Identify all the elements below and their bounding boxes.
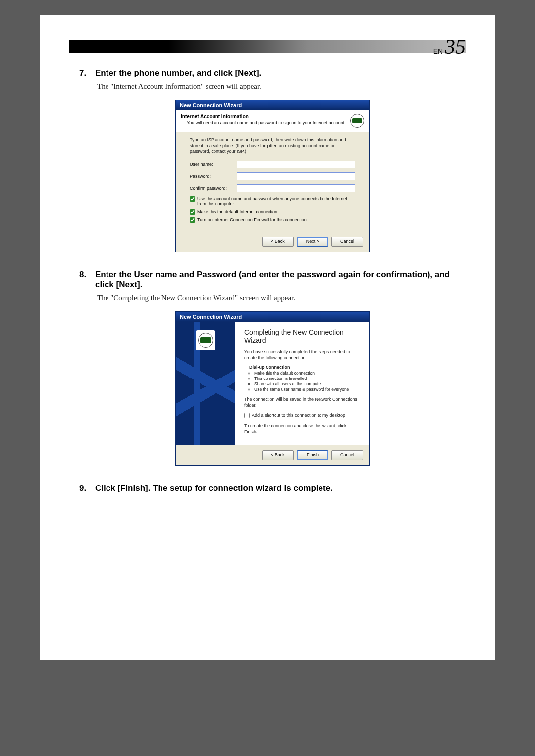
page-number: EN 35 bbox=[69, 35, 466, 58]
finish-button[interactable]: Finish bbox=[297, 450, 328, 460]
checkbox-default-connection[interactable] bbox=[190, 209, 195, 215]
dialog-subheader: Internet Account Information You will ne… bbox=[176, 110, 369, 132]
checkbox-add-shortcut-label: Add a shortcut to this connection to my … bbox=[252, 413, 345, 418]
instruction-steps: 7. Enter the phone number, and click [Ne… bbox=[69, 68, 466, 493]
step-body: The "Internet Account Information" scree… bbox=[97, 82, 466, 91]
dialog-internet-account: New Connection Wizard Internet Account I… bbox=[175, 100, 370, 252]
bullet-item: Use the same user name & password for ev… bbox=[254, 387, 360, 392]
dialog-titlebar: New Connection Wizard bbox=[176, 312, 369, 322]
step-number: 9. bbox=[79, 484, 89, 493]
page-number-value: 35 bbox=[445, 35, 466, 58]
label-password: Password: bbox=[190, 174, 237, 179]
connection-name: Dial-up Connection bbox=[249, 365, 360, 370]
wizard-p1: You have successfully completed the step… bbox=[244, 349, 360, 361]
checkbox-default-connection-label: Make this the default Internet connectio… bbox=[197, 209, 277, 214]
step-8: 8. Enter the User name and Password (and… bbox=[79, 270, 466, 466]
dialog-titlebar: New Connection Wizard bbox=[176, 100, 369, 110]
checkbox-firewall-label: Turn on Internet Connection Firewall for… bbox=[197, 217, 307, 222]
back-button[interactable]: < Back bbox=[262, 237, 294, 247]
checkbox-use-account[interactable] bbox=[190, 196, 195, 202]
wizard-heading: Completing the New Connection Wizard bbox=[244, 328, 360, 344]
bullet-item: This connection is firewalled bbox=[254, 376, 360, 381]
step-9: 9. Click [Finish]. The setup for connect… bbox=[79, 484, 466, 493]
step-number: 7. bbox=[79, 68, 89, 78]
dialog-subtitle: Internet Account Information bbox=[181, 114, 346, 119]
wizard-network-icon bbox=[196, 330, 215, 350]
page-lang-prefix: EN bbox=[433, 47, 443, 55]
step-title: Enter the User name and Password (and en… bbox=[95, 270, 466, 290]
dialog-subdesc: You will need an account name and passwo… bbox=[181, 120, 346, 125]
step-7: 7. Enter the phone number, and click [Ne… bbox=[79, 68, 466, 252]
wizard-left-panel bbox=[176, 322, 235, 445]
step-body: The "Completing the New Connection Wizar… bbox=[97, 294, 466, 302]
username-input[interactable] bbox=[237, 161, 355, 168]
checkbox-firewall[interactable] bbox=[190, 217, 195, 223]
step-title: Click [Finish]. The setup for connection… bbox=[95, 484, 333, 493]
network-globe-icon bbox=[350, 114, 364, 128]
step-number: 8. bbox=[79, 270, 89, 280]
bullet-item: Share with all users of this computer bbox=[254, 381, 360, 386]
cancel-button[interactable]: Cancel bbox=[331, 237, 363, 247]
label-username: User name: bbox=[190, 162, 237, 167]
step-title: Enter the phone number, and click [Next]… bbox=[95, 68, 261, 78]
checkbox-use-account-label: Use this account name and password when … bbox=[197, 196, 355, 206]
label-confirm-password: Confirm password: bbox=[190, 186, 237, 191]
dialog-help-text: Type an ISP account name and password, t… bbox=[190, 137, 355, 155]
bullet-item: Make this the default connection bbox=[254, 371, 360, 376]
wizard-p2: The connection will be saved in the Netw… bbox=[244, 397, 360, 408]
password-input[interactable] bbox=[237, 172, 355, 180]
checkbox-add-shortcut[interactable] bbox=[244, 413, 250, 418]
next-button[interactable]: Next > bbox=[297, 237, 328, 247]
cancel-button[interactable]: Cancel bbox=[331, 450, 363, 460]
wizard-p3: To create the connection and close this … bbox=[244, 423, 360, 434]
confirm-password-input[interactable] bbox=[237, 184, 355, 192]
connection-bullets: Make this the default connection This co… bbox=[254, 371, 360, 392]
back-button[interactable]: < Back bbox=[262, 450, 294, 460]
dialog-completing-wizard: New Connection Wizard Completing the New… bbox=[175, 311, 370, 466]
document-page: { "header": { "lang_prefix": "EN", "page… bbox=[40, 15, 495, 660]
